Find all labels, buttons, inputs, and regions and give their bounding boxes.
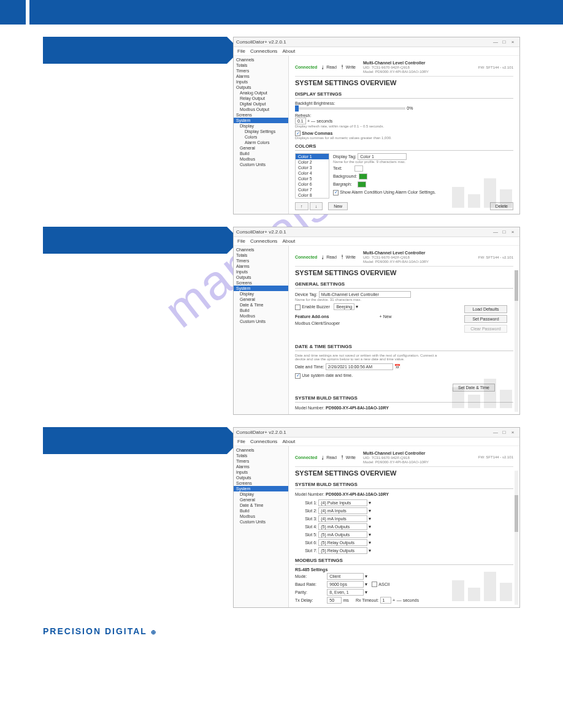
menu-connections[interactable]: Connections bbox=[250, 48, 277, 54]
tree-timers[interactable]: Timers bbox=[234, 458, 288, 464]
write-button[interactable]: Write bbox=[346, 455, 356, 460]
tree-outputs[interactable]: Outputs bbox=[234, 475, 288, 480]
color-item[interactable]: Color 8 bbox=[296, 192, 329, 198]
move-up-button[interactable]: ↑ bbox=[295, 202, 308, 210]
tree-modbus[interactable]: Modbus bbox=[234, 313, 288, 319]
tree-outputs[interactable]: Outputs bbox=[234, 275, 288, 280]
read-button[interactable]: Read bbox=[326, 65, 337, 69]
tree-channels[interactable]: Channels bbox=[234, 57, 288, 63]
color-item[interactable]: Color 2 bbox=[296, 159, 329, 165]
color-item[interactable]: Color 3 bbox=[296, 165, 329, 170]
tree-display[interactable]: Display bbox=[234, 123, 288, 129]
alarm-condition-checkbox[interactable]: ✓ bbox=[333, 190, 339, 195]
refresh-input[interactable]: 0.1 bbox=[295, 118, 306, 124]
tree-analog-output[interactable]: Analog Output bbox=[234, 90, 288, 96]
maximize-icon[interactable]: □ bbox=[500, 229, 508, 235]
slot-select[interactable]: (4) Pulse Inputs bbox=[318, 499, 367, 506]
tree-datetime[interactable]: Date & Time bbox=[234, 502, 288, 508]
tree-alarms[interactable]: Alarms bbox=[234, 464, 288, 469]
tree-totals[interactable]: Totals bbox=[234, 453, 288, 458]
read-button[interactable]: Read bbox=[326, 455, 337, 460]
new-button[interactable]: New bbox=[328, 202, 348, 210]
menu-about[interactable]: About bbox=[282, 238, 295, 244]
use-system-time-checkbox[interactable]: ✓ bbox=[295, 373, 301, 379]
maximize-icon[interactable]: □ bbox=[500, 39, 508, 45]
enable-buzzer-checkbox[interactable] bbox=[295, 305, 301, 310]
tree-inputs[interactable]: Inputs bbox=[234, 469, 288, 475]
tree-build[interactable]: Build bbox=[234, 308, 288, 313]
menu-about[interactable]: About bbox=[282, 48, 295, 54]
tree-general[interactable]: General bbox=[234, 297, 288, 302]
tree-system[interactable]: System bbox=[234, 118, 288, 123]
bargraph-color-swatch[interactable] bbox=[358, 181, 366, 188]
tree-modbus-output[interactable]: Modbus Output bbox=[234, 107, 288, 112]
read-button[interactable]: Read bbox=[326, 255, 337, 259]
tree-totals[interactable]: Totals bbox=[234, 63, 288, 68]
show-commas-checkbox[interactable]: ✓ bbox=[295, 131, 301, 136]
device-tag-input[interactable]: Multi-Channel Level Controller bbox=[319, 291, 411, 298]
slot-select[interactable]: (5) mA Outputs bbox=[318, 531, 367, 538]
tree-system[interactable]: System bbox=[234, 486, 288, 491]
parity-select[interactable]: 8, Even, 1 bbox=[327, 589, 364, 596]
slot-select[interactable]: (4) mA Inputs bbox=[318, 515, 367, 522]
tree-display[interactable]: Display bbox=[234, 291, 288, 297]
tree-display-settings[interactable]: Display Settings bbox=[234, 129, 288, 134]
tree-timers[interactable]: Timers bbox=[234, 68, 288, 74]
minimize-icon[interactable]: — bbox=[491, 430, 500, 435]
tree-alarms[interactable]: Alarms bbox=[234, 264, 288, 269]
tree-digital-output[interactable]: Digital Output bbox=[234, 101, 288, 107]
tree-modbus[interactable]: Modbus bbox=[234, 156, 288, 162]
buzzer-mode-select[interactable]: Beeping bbox=[334, 303, 354, 310]
tree-channels[interactable]: Channels bbox=[234, 247, 288, 252]
scrollbar[interactable] bbox=[515, 471, 518, 605]
move-down-button[interactable]: ↓ bbox=[310, 202, 323, 210]
color-item[interactable]: Color 6 bbox=[296, 181, 329, 187]
tree-outputs[interactable]: Outputs bbox=[234, 85, 288, 90]
tree-alarms[interactable]: Alarms bbox=[234, 74, 288, 79]
color-item[interactable]: Color 7 bbox=[296, 187, 329, 192]
scrollbar[interactable] bbox=[515, 270, 518, 411]
txdelay-input[interactable]: 50 bbox=[327, 597, 342, 604]
tree-custom-units[interactable]: Custom Units bbox=[234, 319, 288, 324]
rxtimeout-input[interactable]: 1 bbox=[380, 597, 391, 604]
load-defaults-button[interactable]: Load Defaults bbox=[464, 305, 507, 313]
write-button[interactable]: Write bbox=[346, 65, 356, 69]
add-new-button[interactable]: + New bbox=[380, 314, 392, 319]
nav-tree[interactable]: Channels Totals Timers Alarms Inputs Out… bbox=[234, 56, 289, 214]
slot-select[interactable]: (5) Relay Outputs bbox=[318, 539, 367, 546]
tree-general[interactable]: General bbox=[234, 497, 288, 502]
color-item[interactable]: Color 1 bbox=[296, 154, 329, 159]
tree-custom-units[interactable]: Custom Units bbox=[234, 162, 288, 167]
close-icon[interactable]: × bbox=[508, 39, 517, 45]
tree-timers[interactable]: Timers bbox=[234, 258, 288, 264]
slot-select[interactable]: (4) mA Inputs bbox=[318, 507, 367, 514]
tree-build[interactable]: Build bbox=[234, 151, 288, 156]
backlight-slider[interactable] bbox=[295, 107, 405, 110]
tree-custom-units[interactable]: Custom Units bbox=[234, 519, 288, 525]
tree-display[interactable]: Display bbox=[234, 491, 288, 497]
tree-alarm-colors[interactable]: Alarm Colors bbox=[234, 140, 288, 145]
nav-tree[interactable]: Channels Totals Timers Alarms Inputs Out… bbox=[234, 446, 289, 607]
minimize-icon[interactable]: — bbox=[491, 39, 500, 45]
display-tag-input[interactable]: Color 1 bbox=[358, 153, 407, 160]
color-item[interactable]: Color 5 bbox=[296, 176, 329, 181]
tree-datetime[interactable]: Date & Time bbox=[234, 302, 288, 308]
close-icon[interactable]: × bbox=[508, 229, 517, 235]
tree-inputs[interactable]: Inputs bbox=[234, 269, 288, 275]
mode-select[interactable]: Client bbox=[327, 573, 364, 580]
color-item[interactable]: Color 4 bbox=[296, 170, 329, 176]
close-icon[interactable]: × bbox=[508, 430, 517, 435]
datetime-input[interactable]: 2/26/2021 10:00:56 AM bbox=[326, 363, 393, 370]
baud-select[interactable]: 9600 bps bbox=[327, 581, 364, 588]
tree-totals[interactable]: Totals bbox=[234, 252, 288, 258]
tree-screens[interactable]: Screens bbox=[234, 480, 288, 486]
tree-modbus[interactable]: Modbus bbox=[234, 514, 288, 519]
tree-general[interactable]: General bbox=[234, 145, 288, 151]
menu-file[interactable]: File bbox=[237, 48, 245, 54]
ascii-checkbox[interactable] bbox=[372, 582, 377, 587]
menu-file[interactable]: File bbox=[237, 238, 245, 244]
set-password-button[interactable]: Set Password bbox=[464, 315, 507, 323]
tree-build[interactable]: Build bbox=[234, 508, 288, 514]
tree-relay-output[interactable]: Relay Output bbox=[234, 96, 288, 101]
tree-colors[interactable]: Colors bbox=[234, 134, 288, 140]
